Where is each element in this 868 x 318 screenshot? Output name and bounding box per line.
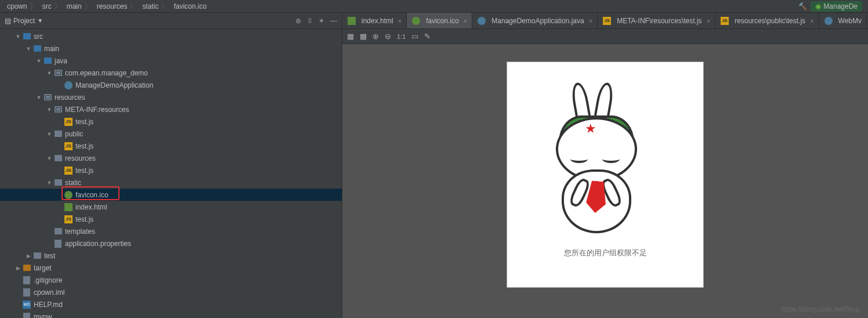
tree-label: index.html — [75, 203, 107, 211]
expand-toggle[interactable] — [45, 107, 53, 113]
tab-label: META-INF\resources\test.js — [617, 17, 701, 25]
close-icon[interactable]: × — [462, 17, 467, 24]
tree-node[interactable]: static — [0, 176, 342, 189]
expand-toggle[interactable] — [35, 58, 43, 64]
gear-icon[interactable]: ✶ — [319, 17, 324, 25]
breadcrumb-item[interactable]: main — [63, 2, 83, 10]
tree-node[interactable]: target — [0, 262, 342, 274]
image-viewport[interactable]: ★ 您所在的用户组权限不足 https://blog.csdn.net/flyc… — [342, 44, 868, 318]
editor-tab[interactable]: favicon.ico× — [407, 13, 472, 28]
tree-label: test.js — [75, 215, 93, 223]
expand-toggle[interactable] — [24, 46, 32, 52]
tree-node[interactable]: java — [0, 55, 342, 67]
tree-node[interactable]: META-INF.resources — [0, 103, 342, 115]
editor-tab[interactable]: JSMETA-INF\resources\test.js× — [598, 13, 715, 28]
editor-tabs: index.html×favicon.ico×ManageDemoApplica… — [342, 13, 868, 29]
js-icon: JS — [64, 215, 73, 224]
class-icon — [64, 81, 73, 90]
favicon-icon — [411, 16, 421, 26]
tree-node[interactable]: ManageDemoApplication — [0, 79, 342, 91]
tree-node[interactable]: resources — [0, 152, 342, 164]
grid-icon[interactable]: ▦ — [347, 32, 354, 41]
tree-node[interactable]: test — [0, 250, 342, 262]
tree-node[interactable]: templates — [0, 225, 342, 237]
expand-toggle[interactable] — [45, 131, 53, 137]
tab-label: WebMv — [838, 17, 862, 25]
expand-toggle[interactable] — [14, 265, 22, 271]
breadcrumb-label: favicon.ico — [173, 2, 207, 10]
tree-label: cpown.iml — [34, 288, 64, 297]
editor-area: index.html×favicon.ico×ManageDemoApplica… — [342, 13, 868, 318]
locate-icon[interactable]: ⊕ — [295, 17, 301, 25]
hide-icon[interactable]: — — [330, 17, 337, 25]
tree-node[interactable]: JStest.js — [0, 213, 342, 225]
tree-node[interactable]: main — [0, 42, 342, 55]
zoom-out-icon[interactable]: ⊖ — [385, 32, 391, 41]
close-icon[interactable]: × — [587, 17, 592, 24]
collapse-icon[interactable]: ⇳ — [307, 17, 313, 25]
class-icon — [824, 16, 833, 26]
tree-node[interactable]: cpown.iml — [0, 286, 342, 298]
eyedropper-icon[interactable]: ✎ — [424, 32, 431, 41]
tree-node[interactable]: public — [0, 128, 342, 140]
tree-node[interactable]: favicon.ico — [0, 189, 342, 201]
expand-toggle[interactable] — [14, 34, 22, 39]
editor-tab[interactable]: WebMv — [819, 13, 867, 28]
breadcrumb: cpown〉src〉main〉resources〉static〉favicon.… — [0, 0, 868, 13]
hammer-icon[interactable]: 🔨 — [798, 2, 807, 10]
tree-node[interactable]: resources — [0, 91, 342, 103]
file-icon — [53, 239, 63, 248]
tab-label: resources\public\test.js — [735, 17, 805, 25]
expand-toggle[interactable] — [24, 253, 32, 259]
tree-label: application.properties — [65, 240, 131, 248]
tree-node[interactable]: mvnw — [0, 310, 342, 318]
tree-label: com.epean.manage_demo — [65, 69, 148, 77]
fit-icon[interactable]: ▭ — [411, 32, 418, 41]
breadcrumb-item[interactable]: favicon.ico — [170, 2, 208, 10]
chess-icon[interactable]: ▩ — [360, 32, 367, 41]
tree-node[interactable]: JStest.js — [0, 140, 342, 152]
zoom-ratio[interactable]: 1:1 — [397, 33, 406, 40]
expand-toggle[interactable] — [45, 180, 53, 186]
folder-icon — [53, 227, 63, 236]
tree-node[interactable]: JStest.js — [0, 115, 342, 128]
editor-tab[interactable]: ManageDemoApplication.java× — [472, 13, 598, 28]
image-toolbar: ▦ ▩ ⊕ ⊖ 1:1 ▭ ✎ — [342, 29, 868, 44]
editor-tab[interactable]: index.html× — [342, 13, 407, 28]
tree-label: target — [34, 264, 52, 272]
breadcrumb-item[interactable]: cpown — [3, 2, 28, 10]
close-icon[interactable]: × — [705, 17, 710, 24]
tree-node[interactable]: MDHELP.md — [0, 298, 342, 310]
tree-node[interactable]: JStest.js — [0, 164, 342, 176]
expand-toggle[interactable] — [45, 156, 53, 161]
breadcrumb-item[interactable]: static — [139, 2, 160, 10]
tree-node[interactable]: application.properties — [0, 237, 342, 250]
expand-toggle[interactable] — [45, 70, 53, 76]
folder-icon — [53, 178, 63, 187]
js-icon: JS — [64, 142, 73, 151]
class-icon — [477, 16, 486, 26]
spring-icon: ◉ — [815, 2, 821, 10]
run-config[interactable]: ◉ ManageDe — [811, 1, 862, 12]
panel-title[interactable]: ▤ Project ▼ — [5, 17, 43, 25]
tree-label: favicon.ico — [75, 191, 108, 199]
breadcrumb-item[interactable]: resources — [93, 2, 129, 10]
expand-toggle[interactable] — [35, 95, 43, 100]
folder-icon — [32, 44, 42, 53]
zoom-in-icon[interactable]: ⊕ — [372, 32, 379, 41]
breadcrumb-item[interactable]: src — [39, 2, 53, 10]
close-icon[interactable]: × — [808, 17, 813, 24]
editor-tab[interactable]: JSresources\public\test.js× — [715, 13, 819, 28]
tree-node[interactable]: com.epean.manage_demo — [0, 67, 342, 79]
tab-label: favicon.ico — [426, 17, 459, 25]
close-icon[interactable]: × — [396, 17, 402, 24]
tree-node[interactable]: src — [0, 30, 342, 42]
image-caption: 您所在的用户组权限不足 — [564, 248, 647, 258]
tree-node[interactable]: .gitignore — [0, 274, 342, 286]
tree-node[interactable]: index.html — [0, 201, 342, 213]
breadcrumb-label: main — [67, 2, 82, 10]
folder-icon — [22, 263, 31, 273]
tree-label: src — [34, 32, 43, 41]
tree-label: static — [65, 179, 81, 187]
project-tree[interactable]: srcmainjavacom.epean.manage_demoManageDe… — [0, 29, 342, 318]
